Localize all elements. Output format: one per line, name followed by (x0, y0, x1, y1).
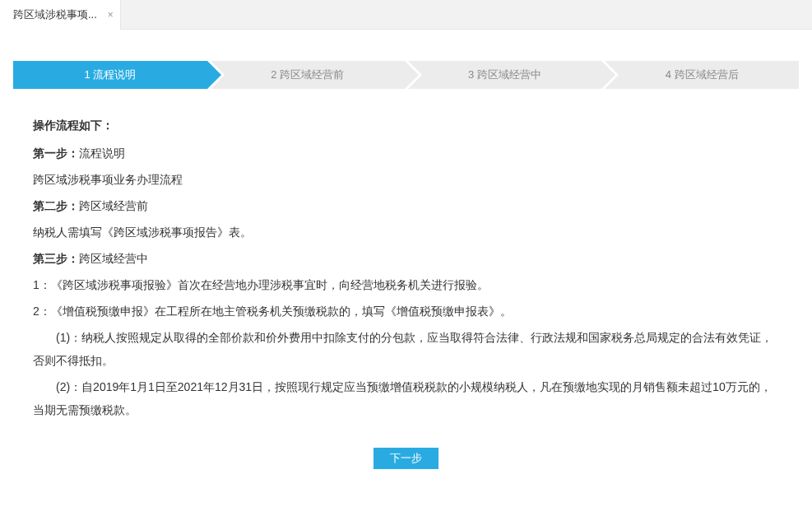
step1-label: 第一步： (33, 146, 79, 160)
step3-sub2: (2)：自2019年1月1日至2021年12月31日，按照现行规定应当预缴增值税… (33, 375, 779, 421)
step-before-op[interactable]: 2 跨区域经营前 (211, 61, 405, 89)
step-num: 3 (468, 68, 474, 81)
footer: 下一步 (0, 425, 812, 477)
step-num: 1 (84, 68, 90, 81)
close-icon[interactable]: × (108, 10, 114, 20)
next-button[interactable]: 下一步 (374, 448, 438, 469)
content-headline: 操作流程如下： (33, 114, 779, 137)
step3-label: 第三步： (33, 252, 79, 265)
step1-heading: 第一步：流程说明 (33, 142, 779, 165)
step-process-desc[interactable]: 1 流程说明 (13, 61, 207, 89)
step3-line1: 1：《跨区域涉税事项报验》首次在经营地办理涉税事宜时，向经营地税务机关进行报验。 (33, 273, 779, 296)
step-label: 跨区域经营前 (280, 68, 344, 81)
step1-body: 跨区域涉税事项业务办理流程 (33, 168, 779, 191)
step-label: 流程说明 (93, 68, 136, 81)
step2-title: 跨区域经营前 (79, 199, 148, 212)
step-label: 跨区域经营后 (675, 68, 739, 81)
tab-label: 跨区域涉税事项... (13, 8, 97, 21)
step3-title: 跨区域经营中 (79, 252, 148, 265)
step-label: 跨区域经营中 (477, 68, 541, 81)
step3-heading: 第三步：跨区域经营中 (33, 247, 779, 270)
step1-title: 流程说明 (79, 146, 125, 160)
step-during-op[interactable]: 3 跨区域经营中 (408, 61, 602, 89)
step-num: 2 (271, 68, 276, 81)
step-indicator: 1 流程说明 2 跨区域经营前 3 跨区域经营中 4 跨区域经营后 (0, 61, 812, 89)
tab-cross-region[interactable]: 跨区域涉税事项... × (0, 0, 121, 30)
step-after-op[interactable]: 4 跨区域经营后 (605, 61, 799, 89)
step3-line2: 2：《增值税预缴申报》在工程所在地主管税务机关预缴税款的，填写《增值税预缴申报表… (33, 300, 779, 323)
step2-body: 纳税人需填写《跨区域涉税事项报告》表。 (33, 221, 779, 244)
content-area: 操作流程如下： 第一步：流程说明 跨区域涉税事项业务办理流程 第二步：跨区域经营… (0, 89, 812, 421)
step3-sub1: (1)：纳税人按照规定从取得的全部价款和价外费用中扣除支付的分包款，应当取得符合… (33, 326, 779, 372)
step2-label: 第二步： (33, 199, 79, 212)
tab-bar: 跨区域涉税事项... × (0, 0, 812, 30)
step2-heading: 第二步：跨区域经营前 (33, 194, 779, 217)
step-num: 4 (666, 68, 671, 81)
